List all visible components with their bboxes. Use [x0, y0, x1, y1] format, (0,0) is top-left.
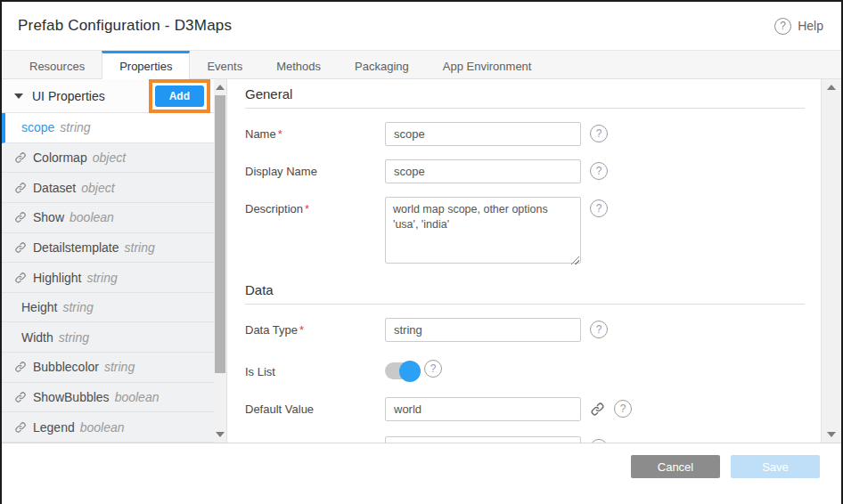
property-item-detailstemplate[interactable]: Detailstemplate string	[2, 233, 214, 264]
help-icon	[774, 18, 791, 35]
link-icon	[14, 241, 27, 254]
help-button[interactable]: Help	[774, 18, 823, 35]
help-label: Help	[798, 19, 823, 33]
property-name: Detailstemplate	[33, 240, 119, 255]
link-icon	[14, 182, 27, 194]
save-button[interactable]: Save	[731, 455, 820, 478]
default-value-field[interactable]	[385, 397, 581, 421]
link-icon	[14, 391, 27, 403]
add-property-button[interactable]: Add	[155, 85, 204, 107]
toggle-knob	[399, 361, 421, 382]
property-item-colormap[interactable]: Colormap object	[2, 143, 214, 174]
binding-type-row: Binding Type	[245, 436, 805, 443]
sidebar-scrollbar[interactable]	[214, 79, 226, 443]
help-icon[interactable]	[590, 199, 608, 217]
help-icon[interactable]	[614, 400, 632, 418]
display-name-row: Display Name	[245, 159, 805, 183]
binding-type-select[interactable]	[385, 436, 581, 443]
property-type: string	[104, 360, 135, 374]
property-type: string	[86, 271, 117, 285]
required-marker: *	[305, 202, 309, 215]
description-label: Description*	[245, 197, 385, 215]
property-type: string	[125, 240, 155, 255]
property-item-height[interactable]: Height string	[2, 293, 214, 323]
property-form-panel: General Name* Display Name Description* …	[227, 79, 841, 443]
property-name: Legend	[33, 420, 75, 435]
property-type: boolean	[70, 210, 114, 224]
property-item-show[interactable]: Show boolean	[2, 203, 214, 233]
property-type: string	[59, 330, 89, 345]
is-list-toggle[interactable]	[385, 362, 418, 379]
ui-properties-list: UI Properties Add scope string Colormap …	[2, 79, 214, 443]
property-item-showbubbles[interactable]: ShowBubbles boolean	[2, 383, 214, 413]
property-type: boolean	[80, 420, 125, 435]
required-marker: *	[278, 127, 282, 141]
tab-app-environment[interactable]: App Environment	[426, 51, 549, 78]
property-name: Show	[33, 210, 64, 224]
title-bar: Prefab Configuration - D3Maps Help	[2, 2, 841, 51]
ui-properties-header[interactable]: UI Properties Add	[2, 79, 214, 113]
scroll-up-icon[interactable]	[827, 85, 836, 90]
help-icon[interactable]	[590, 162, 608, 180]
name-label: Name*	[245, 122, 385, 141]
property-name: Bubblecolor	[33, 360, 99, 374]
dialog-footer: Cancel Save	[2, 443, 841, 504]
link-icon	[14, 211, 27, 224]
ui-properties-panel: UI Properties Add scope string Colormap …	[2, 79, 227, 443]
form-scrollbar[interactable]	[821, 79, 841, 443]
required-marker: *	[299, 323, 304, 337]
link-icon	[14, 361, 27, 373]
property-item-bubblecolor[interactable]: Bubblecolor string	[2, 353, 214, 383]
property-item-highlight[interactable]: Highlight string	[2, 263, 214, 293]
property-type: boolean	[115, 390, 160, 404]
data-type-label: Data Type*	[245, 318, 385, 337]
tab-properties[interactable]: Properties	[102, 51, 190, 79]
link-icon	[14, 272, 27, 284]
scroll-down-icon[interactable]	[216, 432, 225, 437]
default-value-row: Default Value	[245, 397, 805, 421]
property-name: Dataset	[33, 181, 76, 195]
property-item-width[interactable]: Width string	[2, 322, 214, 353]
binding-type-label: Binding Type	[245, 436, 385, 443]
is-list-row: Is List	[245, 360, 805, 379]
description-row: Description* world map scope, other opti…	[245, 197, 805, 267]
tab-packaging[interactable]: Packaging	[338, 51, 426, 78]
tab-methods[interactable]: Methods	[259, 51, 338, 78]
help-icon[interactable]	[590, 321, 608, 338]
property-name: Colormap	[33, 150, 87, 165]
property-name: Highlight	[33, 271, 81, 285]
help-icon[interactable]	[590, 439, 608, 443]
display-name-field[interactable]	[385, 159, 581, 183]
tab-bar: Resources Properties Events Methods Pack…	[2, 51, 841, 79]
help-icon[interactable]	[424, 360, 442, 378]
cancel-button[interactable]: Cancel	[631, 455, 720, 478]
data-type-field[interactable]	[385, 318, 581, 342]
property-type: object	[93, 150, 126, 165]
bind-link-icon[interactable]	[590, 402, 605, 420]
property-item-scope[interactable]: scope string	[2, 113, 214, 143]
page-title: Prefab Configuration - D3Maps	[18, 17, 232, 35]
tab-resources[interactable]: Resources	[12, 51, 102, 78]
property-name: scope	[21, 120, 54, 134]
property-item-dataset[interactable]: Dataset object	[2, 173, 214, 203]
add-button-highlight-box: Add	[149, 79, 210, 113]
ui-properties-label: UI Properties	[32, 89, 105, 103]
is-list-label: Is List	[245, 360, 385, 378]
name-field[interactable]	[385, 122, 581, 146]
default-value-label: Default Value	[245, 397, 385, 416]
link-icon	[14, 421, 27, 434]
scroll-up-icon[interactable]	[216, 85, 225, 90]
property-item-legend[interactable]: Legend boolean	[2, 412, 214, 443]
tab-events[interactable]: Events	[190, 51, 259, 78]
description-field[interactable]: world map scope, other options 'usa', 'i…	[385, 197, 581, 264]
property-form: General Name* Display Name Description* …	[227, 79, 821, 443]
sidebar-scroll-thumb[interactable]	[215, 95, 225, 373]
display-name-label: Display Name	[245, 159, 385, 178]
form-scroll-thumb[interactable]	[822, 79, 841, 257]
name-row: Name*	[245, 122, 805, 146]
property-name: Width	[21, 330, 53, 345]
help-icon[interactable]	[590, 125, 608, 142]
property-name: ShowBubbles	[33, 390, 110, 404]
scroll-down-icon[interactable]	[827, 432, 836, 437]
dialog-body: UI Properties Add scope string Colormap …	[2, 79, 841, 443]
